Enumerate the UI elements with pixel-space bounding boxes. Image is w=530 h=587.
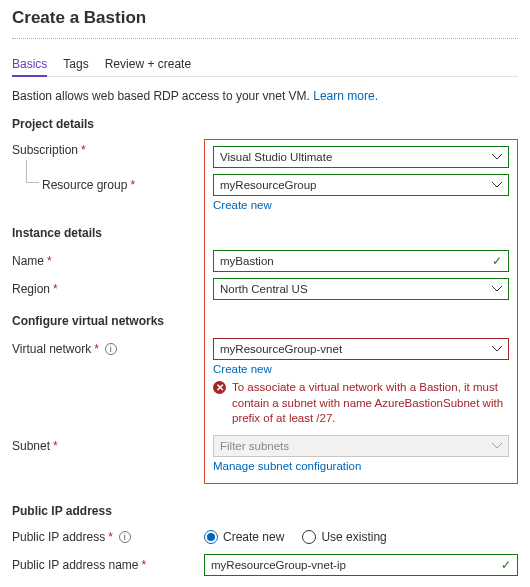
page-title: Create a Bastion	[12, 8, 518, 28]
chevron-down-icon	[492, 182, 502, 188]
section-project-details: Project details	[12, 117, 518, 131]
radio-create-new[interactable]: Create new	[204, 530, 284, 544]
info-icon[interactable]: i	[105, 343, 117, 355]
highlighted-zone: Visual Studio Ultimate Resource group* m…	[204, 139, 518, 484]
public-ip-sku-value: Standard	[204, 582, 518, 587]
tab-review-create[interactable]: Review + create	[105, 53, 191, 76]
vnet-select[interactable]: myResourceGroup-vnet	[213, 338, 509, 360]
vnet-error-message: ✕ To associate a virtual network with a …	[213, 380, 509, 427]
public-ip-name-input[interactable]: myResourceGroup-vnet-ip ✓	[204, 554, 518, 576]
chevron-down-icon	[492, 286, 502, 292]
info-icon[interactable]: i	[119, 531, 131, 543]
name-label: Name*	[12, 250, 204, 268]
manage-subnet-link[interactable]: Manage subnet configuration	[213, 460, 361, 472]
intro-body: Bastion allows web based RDP access to y…	[12, 89, 313, 103]
subscription-select[interactable]: Visual Studio Ultimate	[213, 146, 509, 168]
tab-basics[interactable]: Basics	[12, 53, 47, 77]
learn-more-link[interactable]: Learn more.	[313, 89, 378, 103]
subnet-select[interactable]: Filter subnets	[213, 435, 509, 457]
section-instance-details: Instance details	[12, 222, 204, 240]
chevron-down-icon	[492, 443, 502, 449]
error-icon: ✕	[213, 381, 226, 394]
chevron-down-icon	[492, 346, 502, 352]
section-public-ip: Public IP address	[12, 504, 518, 518]
chevron-down-icon	[492, 154, 502, 160]
check-icon: ✓	[501, 558, 511, 572]
tabs: Basics Tags Review + create	[12, 53, 518, 77]
divider	[12, 38, 518, 39]
create-new-vnet-link[interactable]: Create new	[213, 363, 272, 375]
public-ip-label: Public IP address* i	[12, 526, 204, 544]
subscription-label: Subscription*	[12, 139, 204, 157]
section-configure-vnet: Configure virtual networks	[12, 310, 204, 328]
region-label: Region*	[12, 278, 204, 296]
public-ip-sku-label: Public IP address SKU	[12, 582, 204, 587]
radio-use-existing[interactable]: Use existing	[302, 530, 386, 544]
check-icon: ✓	[492, 254, 502, 268]
public-ip-name-label: Public IP address name*	[12, 554, 204, 572]
resource-group-label: Resource group*	[12, 174, 204, 192]
vnet-label: Virtual network* i	[12, 338, 204, 356]
public-ip-radio-group: Create new Use existing	[204, 526, 518, 544]
tab-tags[interactable]: Tags	[63, 53, 88, 76]
name-input[interactable]: myBastion ✓	[213, 250, 509, 272]
intro-text: Bastion allows web based RDP access to y…	[12, 89, 518, 103]
region-select[interactable]: North Central US	[213, 278, 509, 300]
create-new-rg-link[interactable]: Create new	[213, 199, 272, 211]
resource-group-select[interactable]: myResourceGroup	[213, 174, 509, 196]
subnet-label: Subnet*	[12, 435, 204, 453]
